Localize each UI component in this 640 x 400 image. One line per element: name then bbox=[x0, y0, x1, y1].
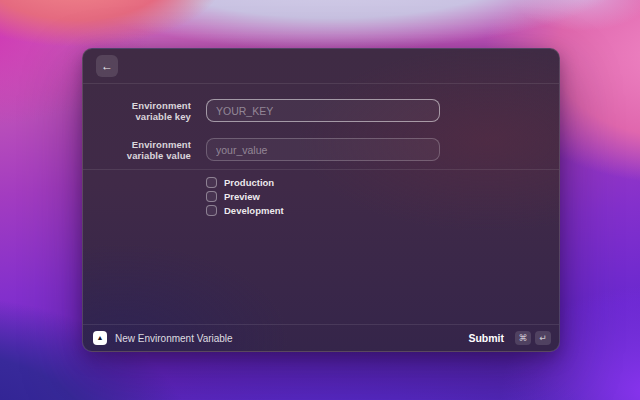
window-footer: ▲ New Environment Variable Submit ⌘ ↵ bbox=[83, 324, 559, 351]
checkbox-development-label: Development bbox=[224, 205, 284, 216]
form-body: Environment variable key Environment var… bbox=[83, 84, 559, 324]
window-header: ← bbox=[83, 49, 559, 84]
command-key-icon: ⌘ bbox=[515, 331, 531, 345]
checkbox-production[interactable]: Production bbox=[206, 177, 559, 188]
environment-checkbox-group: Production Preview Development bbox=[83, 177, 559, 219]
vercel-triangle-glyph: ▲ bbox=[97, 334, 104, 341]
env-value-label: Environment variable value bbox=[103, 139, 191, 161]
checkbox-development[interactable]: Development bbox=[206, 205, 559, 216]
checkbox-preview-label: Preview bbox=[224, 191, 260, 202]
back-arrow-icon: ← bbox=[101, 59, 113, 73]
form-divider bbox=[83, 169, 559, 170]
env-value-input[interactable] bbox=[206, 138, 440, 161]
return-key-icon: ↵ bbox=[535, 331, 551, 345]
env-key-row: Environment variable key bbox=[83, 99, 559, 122]
env-value-row: Environment variable value bbox=[83, 138, 559, 161]
vercel-logo-icon: ▲ bbox=[93, 331, 107, 345]
footer-title: New Environment Variable bbox=[115, 333, 233, 344]
env-key-input[interactable] bbox=[206, 99, 440, 122]
submit-label: Submit bbox=[468, 332, 504, 344]
checkbox-preview[interactable]: Preview bbox=[206, 191, 559, 202]
submit-button[interactable]: Submit ⌘ ↵ bbox=[468, 331, 551, 345]
back-button[interactable]: ← bbox=[96, 55, 118, 77]
checkbox-icon bbox=[206, 177, 217, 188]
raycast-window: ← Environment variable key Environment v… bbox=[82, 48, 560, 352]
checkbox-icon bbox=[206, 205, 217, 216]
checkbox-icon bbox=[206, 191, 217, 202]
checkbox-production-label: Production bbox=[224, 177, 274, 188]
env-key-label: Environment variable key bbox=[103, 100, 191, 122]
